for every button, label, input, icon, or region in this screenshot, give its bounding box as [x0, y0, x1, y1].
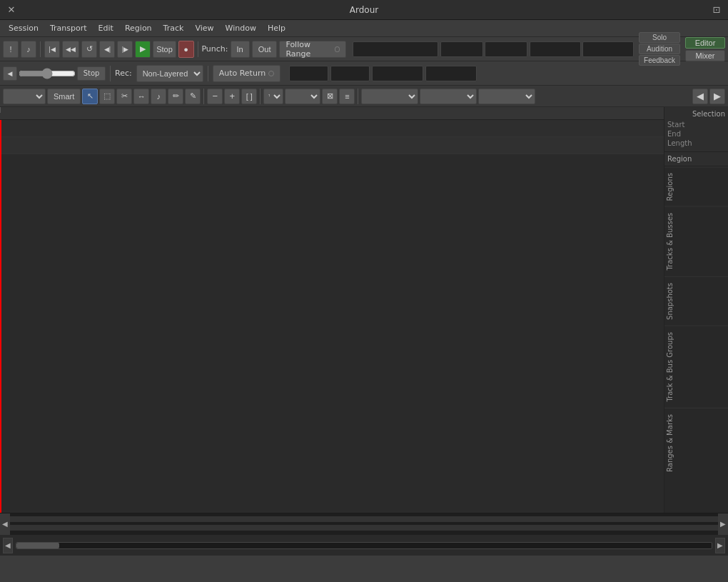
- vu-r2-2: [330, 66, 370, 81]
- vu-meter-left: [440, 41, 483, 57]
- punch-label: Punch:: [201, 44, 228, 54]
- grid-select-3[interactable]: [478, 89, 535, 104]
- audition-tool-button[interactable]: ♪: [151, 89, 166, 104]
- menu-window[interactable]: Window: [220, 22, 262, 34]
- separator-ar: [208, 66, 208, 81]
- menu-edit[interactable]: Edit: [93, 22, 119, 34]
- zoom-out-button[interactable]: −: [207, 89, 223, 104]
- rewind-to-start-button[interactable]: |◀: [44, 41, 60, 58]
- menu-track[interactable]: Track: [158, 22, 190, 34]
- vu-meters-row2: [289, 66, 477, 81]
- scroll-left-button[interactable]: ◀: [3, 538, 13, 553]
- menu-help[interactable]: Help: [262, 22, 291, 34]
- snap-mode-select[interactable]: [285, 89, 320, 104]
- rec-mode-select[interactable]: Non-Layered: [136, 65, 203, 82]
- menu-bar: Session Transport Edit Region Track View…: [0, 20, 728, 37]
- mini-track-band-1: [10, 516, 718, 522]
- separator-snap: [260, 89, 261, 104]
- stretch-tool-button[interactable]: ↔: [133, 89, 149, 104]
- scroll-thumb[interactable]: [16, 543, 59, 548]
- mini-map-left-button[interactable]: ◀: [0, 513, 10, 535]
- solo-button[interactable]: Solo: [639, 32, 680, 43]
- selection-info: Selection Start End Length: [664, 107, 728, 152]
- grid-select-2[interactable]: [420, 89, 477, 104]
- snap-region-button[interactable]: ≡: [339, 89, 355, 104]
- loop-button[interactable]: ↺: [81, 41, 97, 58]
- track-area[interactable]: [0, 120, 664, 513]
- scroll-right-button[interactable]: ▶: [715, 538, 725, 553]
- mixer-button[interactable]: Mixer: [685, 50, 725, 61]
- slider-down-button[interactable]: ◀: [3, 66, 17, 81]
- region-label: Region: [664, 152, 728, 166]
- vu-meter-3: [530, 41, 581, 57]
- vu-r2-3: [372, 66, 423, 81]
- punch-out-button[interactable]: Out: [252, 41, 278, 58]
- internal-edit-tool-button[interactable]: ✎: [185, 89, 201, 104]
- vu-r2-4: [425, 66, 477, 81]
- separator-zoom: [203, 89, 204, 104]
- editor-button[interactable]: Editor: [685, 37, 725, 49]
- scroll-track[interactable]: [16, 542, 712, 549]
- start-row: Start: [667, 121, 725, 129]
- timeline-ruler[interactable]: [0, 107, 664, 120]
- grab-tool-button[interactable]: ↖: [82, 89, 98, 104]
- auto-return-button[interactable]: Auto Return: [213, 65, 281, 82]
- vtab-track-bus-groups[interactable]: Track & Bus Groups: [664, 326, 728, 408]
- close-button[interactable]: ✕: [6, 4, 17, 16]
- mini-map-track[interactable]: [10, 513, 718, 535]
- alert-button[interactable]: !: [3, 41, 19, 58]
- record-button[interactable]: ●: [178, 41, 194, 58]
- punch-in-button[interactable]: In: [231, 41, 250, 58]
- zoom-select[interactable]: [3, 89, 46, 104]
- maximize-button[interactable]: ⊡: [711, 4, 722, 16]
- menu-region[interactable]: Region: [119, 22, 158, 34]
- zoom-in-button[interactable]: +: [224, 89, 240, 104]
- vu-meter-main: [353, 41, 438, 57]
- rewind-button[interactable]: ◀◀: [62, 41, 79, 58]
- follow-range-button[interactable]: Follow Range: [279, 41, 346, 58]
- snap-select[interactable]: *: [263, 89, 283, 104]
- audition-button[interactable]: Audition: [639, 44, 680, 54]
- auto-return-indicator: [268, 71, 274, 76]
- length-row: Length: [667, 139, 725, 147]
- auto-return-label: Auto Return: [219, 69, 266, 78]
- menu-transport[interactable]: Transport: [44, 22, 93, 34]
- volume-slider-area: ◀ Stop: [3, 66, 106, 81]
- mini-track-band-2: [10, 525, 718, 531]
- midi-button[interactable]: ♪: [21, 41, 36, 58]
- length-label: Length: [667, 139, 692, 147]
- bottom-scrollbar: ◀ ▶: [0, 534, 728, 556]
- cut-tool-button[interactable]: ✂: [116, 89, 132, 104]
- play-button[interactable]: ▶: [135, 41, 151, 58]
- vtab-tracks-busses[interactable]: Tracks & Busses: [664, 206, 728, 276]
- menu-session[interactable]: Session: [3, 22, 44, 34]
- track-row: [0, 137, 664, 154]
- prev-mark-button[interactable]: ◀|: [99, 41, 115, 58]
- follow-range-indicator: [335, 46, 340, 52]
- zoom-full-button[interactable]: [ ]: [241, 89, 257, 104]
- nav-right-button[interactable]: ▶: [709, 89, 725, 104]
- draw-tool-button[interactable]: ✏: [168, 89, 183, 104]
- toolbar-edit-tools: Smart ↖ ⬚ ✂ ↔ ♪ ✏ ✎ − + [ ] * ⊠ ≡ ◀ ▶: [0, 86, 728, 107]
- next-mark-button[interactable]: |▶: [117, 41, 133, 58]
- feedback-button[interactable]: Feedback: [639, 55, 680, 66]
- smart-button[interactable]: Smart: [47, 89, 81, 104]
- vtab-ranges-marks[interactable]: Ranges & Marks: [664, 408, 728, 478]
- vtab-snapshots[interactable]: Snapshots: [664, 276, 728, 326]
- vu-meter-right: [485, 41, 527, 57]
- stop-button[interactable]: Stop: [153, 41, 176, 58]
- right-panel: Selection Start End Length Region Region…: [664, 107, 728, 513]
- snap-toggle-button[interactable]: ⊠: [322, 89, 338, 104]
- grid-select-1[interactable]: [361, 89, 418, 104]
- mini-map: ◀ ▶: [0, 513, 728, 534]
- end-label: End: [667, 130, 681, 138]
- mini-map-right-button[interactable]: ▶: [718, 513, 728, 535]
- ruler-mark: [0, 107, 1, 113]
- vtab-regions[interactable]: Regions: [664, 166, 728, 206]
- separator-1: [40, 41, 41, 57]
- menu-view[interactable]: View: [189, 22, 219, 34]
- nav-left-button[interactable]: ◀: [692, 89, 708, 104]
- volume-slider[interactable]: [19, 68, 76, 79]
- vu-meter-4: [582, 41, 634, 57]
- range-tool-button[interactable]: ⬚: [99, 89, 115, 104]
